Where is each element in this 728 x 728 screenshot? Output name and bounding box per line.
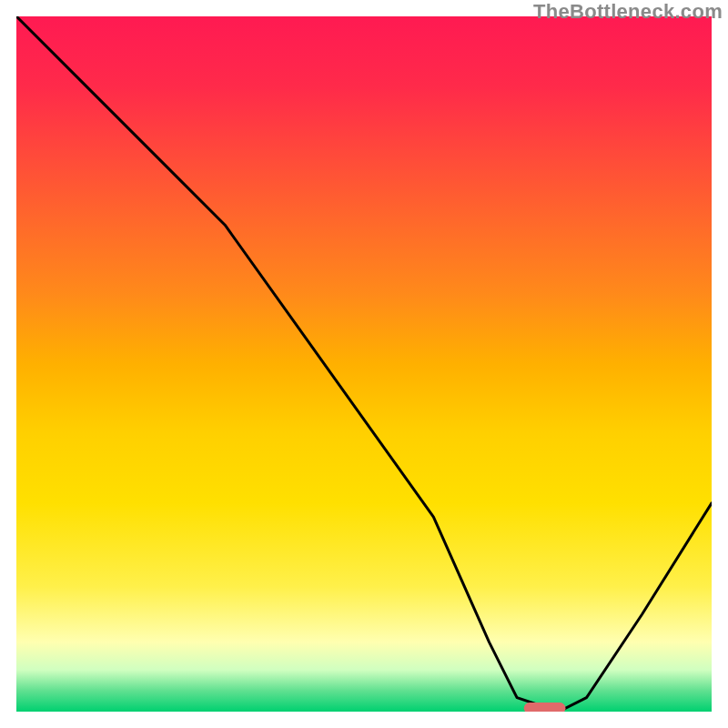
optimal-marker <box>524 703 566 712</box>
chart-overlay-svg <box>16 16 712 712</box>
plot-area <box>16 16 712 712</box>
watermark-label: TheBottleneck.com <box>533 0 723 24</box>
bottleneck-curve-path <box>16 16 712 712</box>
bottleneck-chart: TheBottleneck.com <box>0 0 728 728</box>
